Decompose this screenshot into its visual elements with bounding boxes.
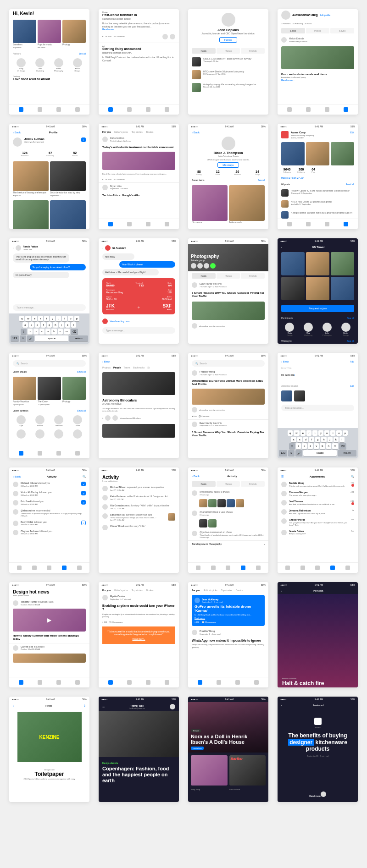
article-airplane: ●●●○○9:41 AM58% For youEditor's picksTop… — [99, 582, 179, 687]
add-button[interactable]: Add — [350, 360, 354, 363]
tab-friends[interactable]: Friends — [241, 48, 265, 54]
persona-card: ●●●○○9:41 AM58% ‹Persona Beulah Lawrence… — [278, 582, 358, 687]
article-gopro: ●●●○○9:41 AM58% For youEditor's picksTop… — [188, 582, 268, 687]
search-input[interactable]: 🔍 Search — [13, 360, 86, 367]
back-button[interactable]: ‹ — [13, 247, 14, 249]
group-photography: ●●●○○9:41 AM58% PhotographyPrivate group… — [188, 238, 268, 344]
chat-assistant: ●●●○○9:41 AM58% ‹S7 Assistant ride away … — [99, 238, 179, 344]
see-all-link[interactable]: See all — [79, 52, 86, 55]
tabbar — [9, 104, 89, 115]
look-button[interactable]: Look at me — [191, 747, 204, 750]
menu-icon[interactable]: ☰ — [281, 475, 284, 478]
bell-icon[interactable] — [62, 566, 67, 570]
share-icon[interactable]: ⇪ — [83, 704, 86, 707]
profile-acme: ●●●○○9:41 AM58% Acme CorpHandcraft makin… — [278, 124, 358, 229]
boarding-pass[interactable]: FlightTerminalGate BA689T13A4 PassengerS… — [102, 278, 175, 314]
home-feed: Hi, Kevin! SneakersInspiration Popular m… — [9, 9, 89, 115]
category-thumb[interactable] — [13, 20, 36, 43]
theatre-feature: ●●●○○9:41 AM58% TheatreNora as a Doll in… — [188, 697, 268, 802]
article-feed: DesignPost-ironic furniture inscandinavi… — [99, 9, 179, 115]
message-bubble: It's just a theory — [13, 272, 69, 278]
print-detail: ●●●○○9:41 AM58% ‹Print⇪ KENZINE Design &… — [9, 697, 89, 802]
avatar[interactable] — [54, 58, 63, 67]
read-more-link[interactable]: Read more — [309, 795, 321, 797]
follow-toggle[interactable]: + — [81, 137, 86, 142]
play-icon: ▶ — [47, 617, 51, 623]
message-input[interactable]: Type a message... — [281, 405, 354, 411]
avatar[interactable] — [222, 13, 235, 27]
avatar[interactable] — [73, 58, 82, 67]
search-input[interactable]: 🔍 Search — [192, 360, 265, 367]
message-button[interactable]: Message — [217, 162, 239, 168]
category-thumb[interactable] — [62, 20, 86, 43]
group-travel: ●●●○○9:41 AM58% ‹GS Travel Request to jo… — [278, 238, 358, 344]
menu-icon[interactable]: ☰ — [102, 705, 105, 709]
follow-button[interactable]: Follow — [219, 37, 237, 43]
bell-icon[interactable] — [56, 107, 61, 112]
back-button[interactable]: ‹ Back — [192, 131, 200, 134]
search-icon[interactable]: 🔍 — [351, 475, 354, 478]
tab-photos[interactable]: Photos — [217, 48, 240, 54]
profile-alex: Alexandrov OlegEdit profile 7 Followers4… — [278, 9, 358, 115]
avatar[interactable] — [17, 58, 26, 67]
greeting: Hi, Kevin! — [9, 9, 89, 18]
search-icon[interactable]: 🔍 — [83, 475, 86, 478]
conversation-row[interactable]: Freddie WongThis the wall one was talkin… — [278, 480, 358, 489]
feed-tabs: ●●●○○9:41 AM58% For youEditor's picksTop… — [99, 124, 179, 229]
activity-photos: ●●●○○9:41 AM58% ‹ BackActivity PostsPhot… — [188, 467, 268, 573]
profile-john: John HopkinsJournalist, founder and CEO … — [188, 9, 268, 115]
read-more-link[interactable]: Read more... — [102, 28, 175, 31]
search-icon[interactable] — [38, 107, 42, 112]
compose-post: ●●●○○9:41 AM58% ‹ BackAdd Enter Title I'… — [278, 353, 358, 458]
quote-card[interactable]: "To be yourself in a world that is const… — [102, 626, 175, 644]
activity-notifs: ●●●○○9:41 AM58% Activity3 new notificati… — [99, 467, 179, 573]
activity-follows: ●●●○○9:41 AM58% ‹ BackActivity🔍 Michael … — [9, 467, 89, 573]
profile-jimmy: ●●●○○9:41 AM58% ‹ BackProfile Jimmy Sull… — [9, 124, 89, 229]
post-image[interactable] — [281, 46, 354, 69]
keyboard: qwertyuiop asdfghjkl ⇧zxcvbnm⌫ 123☺🎤spac… — [9, 313, 89, 344]
profile-blake: ●●●○○9:41 AM58% ‹ Back Blake J. Thompson… — [188, 124, 268, 229]
project-detail: ●●●○○9:41 AM58% ‹ Back ProjectsPeopleTea… — [99, 353, 179, 458]
featured-article: ●●●○○9:41 AM58% ‹Featured Movies The ben… — [278, 697, 358, 802]
message-input[interactable]: Type a message... — [102, 327, 175, 334]
category-icon — [314, 718, 322, 725]
edit-profile-link[interactable]: Edit profile — [320, 14, 331, 16]
chat-randy: ●●●○○9:41 AM58% ‹Randy PattonOnline now … — [9, 238, 89, 344]
news-feed: ●●●○○9:41 AM58% Design hot newsHand-pick… — [9, 582, 89, 687]
featured-card[interactable]: Jean McKinneySeptember 1 • 4 min read Go… — [192, 595, 265, 626]
search-groups: ●●●○○9:41 AM58% 🔍 Search Latest groupsSh… — [9, 353, 89, 458]
tab-posts[interactable]: Posts — [192, 48, 216, 54]
message-bubble: So you're saying it can detect blood? — [30, 264, 86, 270]
category-thumb[interactable] — [38, 20, 61, 43]
travel-article: ●●●○○9:41 AM58% ☰Travel wellby Brett Que… — [99, 697, 179, 802]
view-pass-link[interactable]: View boarding pass — [110, 320, 130, 323]
avatar[interactable] — [35, 58, 44, 67]
message-bubble: That's one drop of blood in a million, a… — [13, 253, 69, 263]
feed-search: ●●●○○9:41 AM58% 🔍 Search Freddie Wong7 m… — [188, 353, 268, 458]
profile-icon[interactable] — [75, 107, 80, 112]
messages-list: ●●●○○9:41 AM58% ☰Apartments🔍 Freddie Won… — [278, 467, 358, 573]
message-input[interactable]: Type a message... — [13, 304, 86, 311]
home-icon[interactable] — [19, 107, 23, 112]
back-button[interactable]: ‹ Back — [13, 131, 21, 134]
title-input[interactable]: Enter Title — [281, 367, 354, 370]
request-join-button[interactable]: Request to join — [281, 305, 354, 312]
